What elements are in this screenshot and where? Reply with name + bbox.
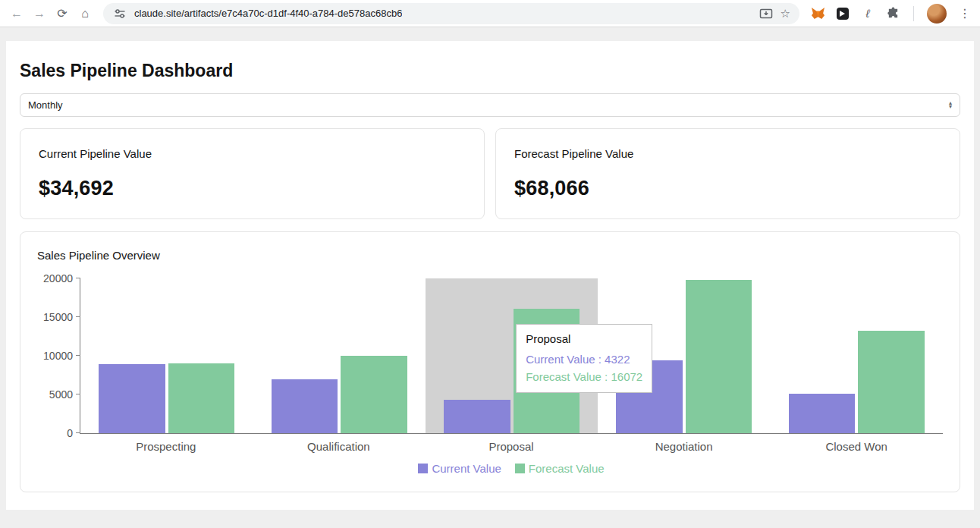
tooltip-title: Proposal [526,332,642,345]
legend-label: Current Value [432,462,501,475]
tooltip-line: Current Value : 4322 [526,353,642,366]
bar-current-value[interactable] [789,394,856,433]
x-axis-label-prospecting: Prospecting [80,440,253,453]
summary-cards: Current Pipeline Value $34,692 Forecast … [20,128,960,219]
chart-band-qualification[interactable] [253,278,425,433]
x-axis-label-qualification: Qualification [253,440,426,453]
current-pipeline-label: Current Pipeline Value [39,147,466,160]
open-in-window-icon[interactable] [759,6,774,21]
select-stepper-icon: ▴▾ [949,102,952,108]
legend-label: Forecast Value [529,462,605,475]
profile-avatar[interactable] [927,4,947,24]
y-axis-tick-label: 10000 [43,350,73,361]
chart-card: Sales Pipeline Overview 0500010000150002… [20,231,960,492]
back-icon[interactable]: ← [6,3,27,24]
current-pipeline-value: $34,692 [39,177,466,200]
legend-item-forecast-value: Forecast Value [515,462,605,475]
x-axis-label-negotiation: Negotiation [598,440,771,453]
reload-icon[interactable]: ⟳ [52,3,73,24]
tooltip-line: Forecast Value : 16072 [526,370,642,383]
period-select[interactable]: Monthly ▴▾ [20,93,960,117]
extensions-area: ℓ [810,4,947,24]
y-axis-tick-label: 0 [67,428,73,438]
legend-swatch-icon [515,464,525,473]
y-axis-tick-label: 15000 [43,312,73,322]
y-axis-tick-mark [76,432,80,433]
bar-forecast-value[interactable] [858,331,925,433]
forecast-pipeline-card: Forecast Pipeline Value $68,066 [495,128,960,219]
browser-menu-icon[interactable]: ⋮ [956,3,974,24]
chart-title: Sales Pipeline Overview [37,249,943,262]
period-select-value: Monthly [28,99,63,111]
bar-current-value[interactable] [99,364,165,433]
chart-plot: 05000100001500020000ProposalCurrent Valu… [80,278,943,434]
site-settings-icon[interactable] [112,6,127,21]
dark-square-extension-icon[interactable] [835,6,850,21]
y-axis-tick-mark [76,394,80,394]
chart-band-prospecting[interactable] [80,278,253,433]
url-text[interactable]: claude.site/artifacts/e7c4a70c-d1df-4f40… [134,8,402,19]
y-axis-tick-mark [76,355,80,356]
forecast-pipeline-label: Forecast Pipeline Value [514,147,941,160]
bookmark-star-icon[interactable]: ☆ [781,8,790,19]
y-axis-tick-mark [76,316,80,317]
y-axis-tick-mark [76,278,80,278]
forward-icon[interactable]: → [29,3,50,24]
x-axis-label-closed-won: Closed Won [770,440,943,453]
page-title: Sales Pipeline Dashboard [20,61,960,81]
y-axis-tick-label: 20000 [43,273,73,284]
metamask-extension-icon[interactable] [810,6,825,21]
bar-forecast-value[interactable] [168,363,235,433]
x-axis-label-proposal: Proposal [425,440,598,453]
chart-tooltip: ProposalCurrent Value : 4322Forecast Val… [516,324,652,393]
current-pipeline-card: Current Pipeline Value $34,692 [20,128,485,219]
chart-area: 05000100001500020000ProposalCurrent Valu… [80,278,943,475]
chart-legend: Current ValueForecast Value [80,462,943,475]
bar-current-value[interactable] [272,379,338,433]
chart-x-labels: ProspectingQualificationProposalNegotiat… [80,440,943,453]
browser-toolbar: ← → ⟳ ⌂ claude.site/artifacts/e7c4a70c-d… [0,0,980,27]
home-icon[interactable]: ⌂ [74,3,96,24]
y-axis-tick-label: 5000 [49,389,73,400]
bar-forecast-value[interactable] [341,356,407,433]
address-bar[interactable]: claude.site/artifacts/e7c4a70c-d1df-4f40… [103,3,799,24]
extensions-puzzle-icon[interactable] [885,6,900,21]
artifact-page: Sales Pipeline Dashboard Monthly ▴▾ Curr… [6,41,974,510]
bar-current-value[interactable] [444,400,510,433]
cursive-extension-icon[interactable]: ℓ [860,6,875,21]
forecast-pipeline-value: $68,066 [514,177,941,200]
legend-item-current-value: Current Value [418,462,501,475]
bar-forecast-value[interactable] [686,280,752,433]
legend-swatch-icon [418,464,428,473]
chart-band-closed-won[interactable] [771,278,943,433]
toolbar-divider [913,6,914,21]
